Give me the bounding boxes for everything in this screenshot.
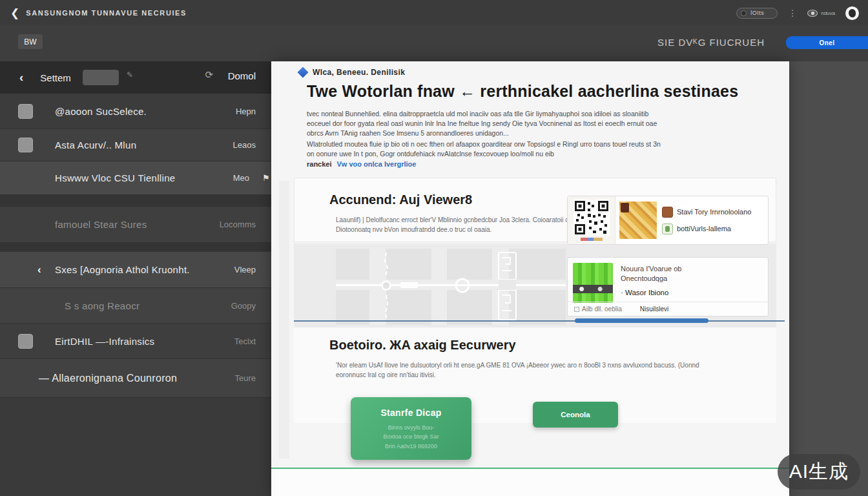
sidebar: ‹ Settem ✎ ⟳ Domol @aooon SucSelece. Hep…	[0, 61, 271, 496]
map-wireframe-preview	[336, 249, 566, 325]
dialog-paragraph-1: tvec nonteal Bunnehlied. elina daitroppr…	[307, 109, 663, 138]
sidebar-item-value: Locomms	[220, 220, 256, 229]
section-1-body: Laaunlif) | Delolfucanc erroct bler'V Mb…	[336, 215, 581, 234]
link-prefix: ranckei	[307, 160, 332, 168]
card2-footer-left[interactable]: Ailb dll. oeblia	[574, 305, 622, 313]
thumbnail-badge	[621, 203, 629, 212]
dialog-eyebrow: Wlca, Beneeu. Denilisik	[299, 68, 405, 77]
qr-code	[574, 200, 610, 236]
toggle-label: lOIts	[750, 10, 764, 16]
horizontal-scrollbar-thumb[interactable]	[575, 318, 708, 323]
sidebar-item-label: EirtDHIL —-Infrainsics	[55, 336, 154, 347]
viewer-card-1[interactable]: Stavi Tory Irnrnoloolano bottiVurls-lall…	[567, 196, 769, 245]
start-backup-button[interactable]: Stanrfe Dicap Binns ovyyls Bou- Boxtoa o…	[351, 397, 471, 460]
learn-more-link[interactable]: Vw voo onlca Ivergrlioe	[337, 160, 417, 168]
sidebar-item-value: Vleep	[234, 265, 256, 274]
mosaic-thumbnail	[619, 202, 657, 239]
card2-footer: Ailb dll. oeblia Nisuilslevi	[568, 302, 768, 316]
button-subtext-1: Binns ovyyls Bou-	[351, 423, 471, 432]
viewer-row-1[interactable]: Stavi Tory Irnrnoloolano	[662, 207, 751, 218]
sidebar-spacer	[0, 243, 271, 252]
leaf-icon	[662, 223, 673, 234]
app-window: ❮ SANSUNGNOM TUNNAVUE NECRUIES lOIts ⋮ n…	[0, 0, 868, 496]
dialog-panel: Wlca, Beneeu. Denilisik Twe Wotorlan fna…	[271, 61, 789, 496]
thumbnail-road-band	[573, 285, 613, 293]
visibility-control[interactable]: nduva	[807, 10, 835, 17]
eye-label: nduva	[821, 10, 835, 16]
diamond-icon	[298, 67, 309, 78]
sidebar-item-0[interactable]: @aooon SucSelece. Hepn	[0, 94, 271, 129]
button-subtext-2: Boxtoa oce btegk Sar	[351, 432, 471, 441]
toggle-switch[interactable]: lOIts	[736, 8, 778, 19]
sidebar-search-input[interactable]	[83, 70, 119, 85]
section-2-title: Boetoiro. ЖA axaig Eecurwery	[329, 338, 516, 353]
viewer-row-label: Stavi Tory Irnrnoloolano	[677, 208, 751, 216]
refresh-icon[interactable]: ⟳	[205, 69, 213, 81]
back-arrow-icon[interactable]: ❮	[10, 6, 19, 20]
eyebrow-label: Wlca, Beneeu. Denilisik	[313, 68, 405, 77]
horizontal-scrollbar-track	[294, 320, 785, 322]
kebab-menu-icon[interactable]: ⋮	[788, 8, 797, 17]
sidebar-item-5[interactable]: S s aong Reaocr Goopy	[0, 288, 271, 324]
avatar-glyph	[849, 9, 856, 17]
card2-footer-right[interactable]: Nisuilslevi	[640, 305, 668, 313]
checkbox[interactable]	[18, 104, 33, 119]
edit-pencil-icon[interactable]: ✎	[127, 70, 133, 79]
sidebar-item-value: Meo	[233, 173, 249, 183]
sidebar-item-label: @aooon SucSelece.	[55, 106, 147, 117]
eye-icon	[807, 10, 818, 17]
sidebar-item-label: S s aong Reaocr	[65, 300, 140, 311]
sidebar-item-1[interactable]: Asta Acurv/.. Mlun Leaos	[0, 129, 271, 161]
section-1-title: Accunend: Auj Viewer8	[329, 192, 472, 207]
sidebar-item-value: Goopy	[231, 301, 256, 311]
sidebar-item-2[interactable]: Hswww Vloc CSU Tienlline Meo ⚑	[0, 161, 271, 195]
background-overlay	[789, 61, 868, 496]
link-row: ranckeiVw voo onlca Ivergrlioe	[307, 160, 416, 168]
store-icon	[662, 207, 673, 218]
sidebar-item-value: Leaos	[233, 140, 256, 150]
primary-action-button[interactable]: Onel	[786, 36, 868, 49]
dialog-footer-strip	[271, 469, 789, 496]
checkbox[interactable]	[18, 334, 33, 349]
viewer-row-2[interactable]: bottiVurls-lallema	[662, 223, 751, 234]
button-subtext-3: Brin Aa0v19 869200	[351, 442, 471, 451]
sidebar-item-3[interactable]: famouel Stear Sures Locomms	[0, 207, 271, 243]
sidebar-action-label[interactable]: Domol	[228, 70, 256, 81]
checkbox[interactable]	[18, 138, 33, 152]
map-thumbnail	[573, 263, 613, 303]
bw-tab[interactable]: BW	[18, 34, 43, 49]
dialog-paragraph-2: Wlatrolutled rnoutea fluie ip bio oti n …	[307, 140, 668, 159]
qr-caption	[581, 238, 603, 241]
flag-icon: ⚑	[262, 173, 270, 183]
sidebar-item-value: Teclxt	[234, 336, 256, 346]
ai-watermark: AI生成	[778, 454, 860, 490]
viewer-row-label: bottiVurls-lallema	[677, 225, 731, 232]
sidebar-item-label: Sxes [Aognoria Athol Kruonht.	[55, 264, 190, 275]
chevron-left-icon: ‹	[37, 264, 41, 276]
sidebar-item-6[interactable]: EirtDHIL —-Infrainsics Teclxt	[0, 324, 271, 359]
tiny-checkbox	[574, 307, 579, 312]
card2-line-2: Onecntoudqga	[621, 274, 681, 284]
sidebar-item-label: Asta Acurv/.. Mlun	[55, 140, 136, 150]
sidebar-item-4[interactable]: ‹ Sxes [Aognoria Athol Kruonht. Vleep	[0, 252, 271, 288]
top-bar: ❮ SANSUNGNOM TUNNAVUE NECRUIES lOIts ⋮ n…	[0, 0, 868, 26]
header-text: SIE DVᴷG FIUCRUEH	[657, 37, 765, 48]
card2-line-1: Nouura I'Voarue ob	[621, 264, 681, 274]
sidebar-item-label: Hswww Vloc CSU Tienlline	[55, 172, 175, 183]
cancel-button[interactable]: Ceonola	[533, 402, 618, 428]
qr-box	[568, 196, 615, 244]
viewer-card-2[interactable]: Nouura I'Voarue ob Onecntoudqga · Wasor …	[567, 257, 769, 316]
sidebar-item-value: Teure	[234, 373, 256, 383]
dialog-title: Twe Wotorlan fnaw ← rerthnicakel aacherl…	[307, 82, 738, 101]
card2-bullet: · Wasor Ibiono	[621, 289, 668, 296]
sidebar-item-label: famouel Stear Sures	[55, 219, 147, 230]
topbar-controls: lOIts ⋮ nduva	[736, 0, 859, 26]
back-chevron-icon[interactable]: ‹	[19, 70, 23, 85]
left-gutter	[279, 181, 289, 459]
sidebar-item-label: — Allaeronignana Counroron	[39, 373, 177, 384]
sidebar-spacer	[0, 195, 271, 207]
sidebar-item-7[interactable]: — Allaeronignana Counroron Teure	[0, 359, 271, 398]
avatar[interactable]	[845, 6, 859, 20]
section-2-body: 'Nor eleam UsAf Ilove lne dulsuotoryl or…	[336, 360, 701, 380]
sidebar-item-value: Hepn	[236, 107, 256, 116]
